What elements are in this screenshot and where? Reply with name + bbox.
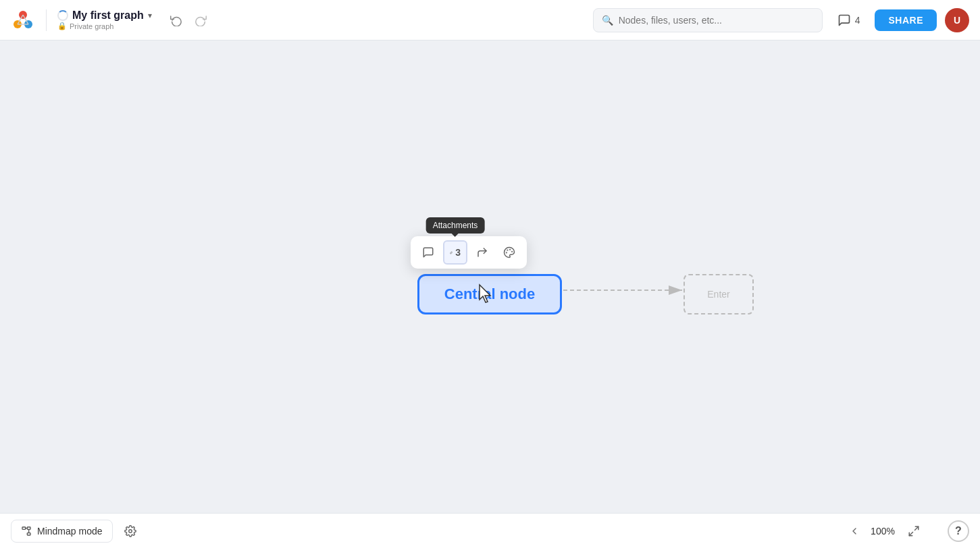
svg-point-7 [512,252,513,252]
attachment-tooltip: Attachments [426,217,485,234]
share-button[interactable]: SHARE [875,9,937,31]
svg-point-17 [128,529,132,532]
svg-point-8 [507,250,508,250]
fullscreen-button[interactable] [902,519,926,543]
forward-icon [476,246,488,258]
gear-icon [124,525,136,537]
attachment-count: 3 [455,247,461,258]
chat-button[interactable]: 4 [831,9,867,31]
node-toolbar: Attachments 3 [411,236,527,269]
undo-button[interactable] [165,9,187,31]
palette-icon [503,246,515,258]
placeholder-node-label: Enter [707,289,729,300]
search-input[interactable] [619,15,814,26]
zoom-out-icon [849,526,860,537]
zoom-level: 100% [869,526,896,537]
paperclip-icon [450,247,453,258]
zoom-out-button[interactable] [845,522,864,541]
chat-count: 4 [855,15,860,26]
user-avatar[interactable]: U [945,8,969,32]
settings-button[interactable] [118,519,143,543]
svg-rect-12 [22,527,26,529]
search-bar[interactable]: 🔍 [593,8,823,32]
lock-icon: 🔒 [57,22,67,30]
graph-subtitle: 🔒 Private graph [57,22,152,30]
redo-button[interactable] [190,9,211,31]
search-icon: 🔍 [602,15,613,26]
share-node-button[interactable] [470,240,494,265]
svg-point-9 [507,252,507,253]
palette-toolbar-button[interactable] [497,240,521,265]
header: My first graph ▾ 🔒 Private graph 🔍 [0,0,980,40]
graph-title: My first graph [72,9,144,22]
comment-toolbar-button[interactable] [416,240,440,265]
svg-line-18 [915,526,919,530]
help-button[interactable]: ? [948,520,969,542]
attachment-toolbar-button[interactable]: Attachments 3 [443,240,467,265]
canvas-area[interactable]: Attachments 3 Central node [0,40,980,548]
app-logo[interactable] [11,8,35,32]
title-dropdown-chevron[interactable]: ▾ [148,11,152,20]
chat-icon [837,13,851,27]
central-node-label: Central node [444,285,535,303]
placeholder-node[interactable]: Enter [684,274,754,314]
mindmap-icon [21,526,32,537]
loading-spinner [57,10,68,21]
header-divider [46,9,47,31]
fullscreen-icon [908,525,920,537]
graph-title-area: My first graph ▾ 🔒 Private graph [57,9,152,30]
svg-point-6 [510,250,511,250]
mindmap-mode-button[interactable]: Mindmap mode [11,520,113,543]
svg-line-19 [909,532,912,535]
bottom-bar: Mindmap mode 100% ? [0,513,980,548]
zoom-controls: 100% [845,519,926,543]
mindmap-mode-label: Mindmap mode [37,526,103,537]
central-node[interactable]: Central node [417,274,562,314]
undo-redo-group [165,9,211,31]
